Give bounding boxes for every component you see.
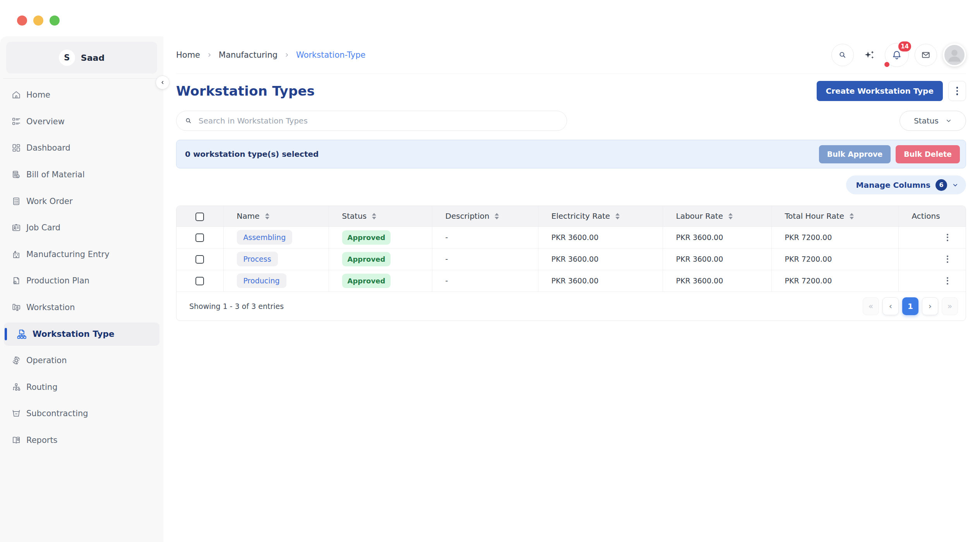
pagination-page-1-button[interactable]: 1 xyxy=(902,297,918,315)
user-name: Saad xyxy=(81,53,105,63)
workstation-type-name-link[interactable]: Producing xyxy=(237,273,286,288)
sort-icon xyxy=(728,213,733,220)
manage-columns-row: Manage Columns 6 xyxy=(176,175,966,194)
close-button[interactable] xyxy=(17,15,27,26)
kebab-icon xyxy=(956,87,958,89)
notifications-button[interactable]: 14 xyxy=(885,43,909,67)
sidebar-item-label: Production Plan xyxy=(26,276,89,285)
manage-columns-label: Manage Columns xyxy=(856,180,930,190)
search-box xyxy=(176,111,567,131)
sort-icon xyxy=(615,213,620,220)
sidebar-item-routing[interactable]: Routing xyxy=(0,374,163,401)
breadcrumb-home[interactable]: Home xyxy=(176,50,200,60)
sidebar-item-subcontracting[interactable]: Subcontracting xyxy=(0,400,163,427)
production-plan-icon xyxy=(11,276,21,286)
chevron-down-icon xyxy=(952,182,958,188)
pagination-next-button[interactable]: › xyxy=(922,297,938,315)
sidebar-item-reports[interactable]: Reports xyxy=(0,427,163,454)
column-header-actions: Actions xyxy=(898,206,966,226)
window-controls xyxy=(17,15,60,26)
status-filter-dropdown[interactable]: Status xyxy=(899,111,966,131)
manufacturing-entry-icon xyxy=(11,249,21,259)
workstation-type-name-link[interactable]: Assembling xyxy=(237,230,293,245)
search-input[interactable] xyxy=(199,116,559,125)
electricity-rate-cell: PKR 3600.00 xyxy=(538,226,663,248)
sidebar-item-bill-of-material[interactable]: $ Bill of Material xyxy=(0,161,163,188)
create-workstation-type-button[interactable]: Create Workstation Type xyxy=(817,81,943,101)
row-actions-kebab-button[interactable] xyxy=(945,273,950,288)
dashboard-icon xyxy=(11,143,21,153)
row-actions-kebab-button[interactable] xyxy=(945,230,950,245)
main-header: Home Manufacturing Workstation-Type xyxy=(176,36,966,74)
home-icon xyxy=(11,90,21,100)
description-cell: - xyxy=(432,270,538,292)
table-row: Assembling Approved - PKR 3600.00 PKR 36… xyxy=(176,226,966,248)
row-checkbox[interactable] xyxy=(195,233,204,242)
sidebar-item-workstation[interactable]: Workstation xyxy=(0,294,163,321)
sidebar-item-overview[interactable]: Overview xyxy=(0,108,163,135)
row-actions-kebab-button[interactable] xyxy=(945,252,950,267)
sidebar-item-label: Job Card xyxy=(26,223,60,232)
status-badge: Approved xyxy=(342,274,391,288)
breadcrumb-manufacturing[interactable]: Manufacturing xyxy=(219,50,278,60)
column-header-description[interactable]: Description xyxy=(432,206,538,226)
page-options-kebab-button[interactable] xyxy=(948,81,966,101)
messages-button[interactable] xyxy=(915,44,937,66)
electricity-rate-cell: PKR 3600.00 xyxy=(538,248,663,270)
column-header-name[interactable]: Name xyxy=(223,206,329,226)
sort-icon xyxy=(265,213,269,220)
sidebar-collapse-button[interactable] xyxy=(156,75,170,89)
sidebar: S Saad Home Overview Dashboard xyxy=(0,36,163,542)
pagination: « ‹ 1 › » xyxy=(863,297,958,315)
pagination-last-button[interactable]: » xyxy=(942,297,958,315)
search-button[interactable] xyxy=(831,44,854,66)
minimize-button[interactable] xyxy=(33,15,43,26)
column-header-electricity-rate[interactable]: Electricity Rate xyxy=(538,206,663,226)
row-checkbox[interactable] xyxy=(195,277,204,285)
user-card[interactable]: S Saad xyxy=(6,42,157,74)
sidebar-item-label: Home xyxy=(26,90,50,99)
sidebar-item-production-plan[interactable]: Production Plan xyxy=(0,268,163,294)
user-avatar[interactable] xyxy=(943,43,966,67)
sidebar-item-manufacturing-entry[interactable]: Manufacturing Entry xyxy=(0,241,163,268)
sidebar-item-job-card[interactable]: Job Card xyxy=(0,214,163,241)
chevron-right-icon xyxy=(207,52,212,58)
column-header-labour-rate[interactable]: Labour Rate xyxy=(663,206,771,226)
sidebar-item-operation[interactable]: Operation xyxy=(0,347,163,374)
sidebar-item-home[interactable]: Home xyxy=(0,82,163,108)
sidebar-item-dashboard[interactable]: Dashboard xyxy=(0,135,163,161)
bulk-delete-button[interactable]: Bulk Delete xyxy=(896,145,960,163)
maximize-button[interactable] xyxy=(50,15,60,26)
sidebar-item-workstation-type[interactable]: Workstation Type xyxy=(4,322,159,346)
ai-assistant-button[interactable] xyxy=(860,44,879,66)
description-cell: - xyxy=(432,226,538,248)
column-header-status[interactable]: Status xyxy=(329,206,432,226)
breadcrumb: Home Manufacturing Workstation-Type xyxy=(176,50,365,60)
select-all-checkbox[interactable] xyxy=(195,213,204,221)
sidebar-item-label: Subcontracting xyxy=(26,409,88,418)
bulk-approve-button[interactable]: Bulk Approve xyxy=(819,145,891,163)
table-header-row: Name Status Description Electricity xyxy=(176,206,966,226)
workstation-type-name-link[interactable]: Process xyxy=(237,252,278,266)
column-header-total-hour-rate[interactable]: Total Hour Rate xyxy=(771,206,898,226)
mail-icon xyxy=(920,50,931,60)
sort-icon xyxy=(495,213,499,220)
job-card-icon xyxy=(11,223,21,233)
pagination-first-button[interactable]: « xyxy=(863,297,879,315)
sidebar-item-work-order[interactable]: Work Order xyxy=(0,188,163,214)
pagination-prev-button[interactable]: ‹ xyxy=(882,297,899,315)
total-hour-rate-cell: PKR 7200.00 xyxy=(771,248,898,270)
manage-columns-dropdown[interactable]: Manage Columns 6 xyxy=(846,175,966,194)
sidebar-item-label: Overview xyxy=(26,117,65,126)
labour-rate-cell: PKR 3600.00 xyxy=(663,270,771,292)
row-checkbox[interactable] xyxy=(195,255,204,264)
bulk-action-buttons: Bulk Approve Bulk Delete xyxy=(819,145,960,163)
table-row: Process Approved - PKR 3600.00 PKR 3600.… xyxy=(176,248,966,270)
sidebar-item-label: Reports xyxy=(26,436,58,445)
sidebar-item-label: Operation xyxy=(26,356,67,365)
app-window: S Saad Home Overview Dashboard xyxy=(0,0,980,542)
notification-count-badge: 14 xyxy=(898,41,912,52)
sidebar-item-label: Routing xyxy=(26,382,58,392)
electricity-rate-cell: PKR 3600.00 xyxy=(538,270,663,292)
filter-row: Status xyxy=(176,111,966,131)
